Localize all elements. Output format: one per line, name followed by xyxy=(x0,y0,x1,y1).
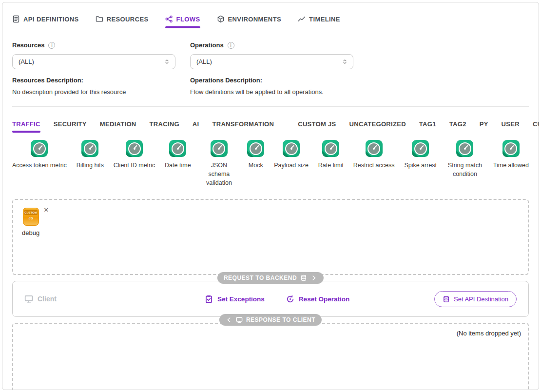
reset-icon xyxy=(286,295,294,303)
section-divider xyxy=(12,106,529,107)
policy-item[interactable]: Billing hits xyxy=(77,140,104,170)
policy-item[interactable]: Payload size xyxy=(274,140,309,170)
category-tab-transformation[interactable]: TRANSFORMATION xyxy=(212,120,274,128)
custom-js-badge-bottom: JS xyxy=(23,216,39,220)
tab-timeline[interactable]: TIMELINE xyxy=(298,15,340,24)
policy-item[interactable]: Date time xyxy=(165,140,191,170)
category-tab-user[interactable]: USER xyxy=(502,120,520,128)
category-tab-ai[interactable]: AI xyxy=(193,120,199,128)
folder-icon xyxy=(96,15,103,23)
tab-resources[interactable]: RESOURCES xyxy=(96,15,149,24)
category-tab-custom-java[interactable]: CUSTOM JAVA xyxy=(533,120,539,128)
tab-label: RESOURCES xyxy=(107,16,149,23)
response-to-client-badge: RESPONSE TO CLIENT xyxy=(219,314,322,326)
empty-dropzone-message: (No items dropped yet) xyxy=(457,330,521,337)
tab-label: API DEFINITIONS xyxy=(23,16,79,23)
chevron-left-icon xyxy=(226,316,232,323)
operations-column: Operations i (ALL) Operations Descriptio… xyxy=(190,41,353,96)
tab-label: ENVIRONMENTS xyxy=(228,16,282,23)
custom-js-badge-top: CUSTOM xyxy=(24,210,38,215)
gauge-icon xyxy=(366,140,383,157)
monitor-icon xyxy=(24,294,33,303)
select-stepper-icon xyxy=(342,59,348,65)
reset-operation-label: Reset Operation xyxy=(299,295,349,303)
monitor-icon xyxy=(236,316,243,323)
resources-label: Resources xyxy=(12,41,44,49)
client-node: Client xyxy=(24,294,57,303)
policy-item[interactable]: JSON schema validation xyxy=(200,140,237,187)
operations-description: Flow definitions will be applied to all … xyxy=(190,88,353,96)
category-tab-tracing[interactable]: TRACING xyxy=(150,120,179,128)
set-api-destination-button[interactable]: Set API Destination xyxy=(434,291,517,307)
gauge-icon xyxy=(126,140,143,157)
policy-label: Access token metric xyxy=(12,161,67,170)
category-tab-security[interactable]: SECURITY xyxy=(54,120,87,128)
tab-api-definitions[interactable]: API DEFINITIONS xyxy=(12,15,79,24)
client-label: Client xyxy=(38,295,57,303)
document-icon xyxy=(12,15,20,23)
operations-description-title: Operations Description: xyxy=(190,77,353,84)
request-divider-row: REQUEST TO BACKEND xyxy=(12,275,529,281)
chevron-right-icon xyxy=(310,274,317,281)
clipboard-check-icon xyxy=(205,295,213,303)
policy-category-tabs: TRAFFIC SECURITY MEDIATION TRACING AI TR… xyxy=(12,119,529,128)
category-tab-mediation[interactable]: MEDIATION xyxy=(100,120,136,128)
set-exceptions-label: Set Exceptions xyxy=(217,295,265,303)
gauge-icon xyxy=(412,140,429,157)
flows-panel: API DEFINITIONS RESOURCES FLOWS ENVIRONM… xyxy=(2,2,539,390)
gauge-icon xyxy=(502,140,520,157)
gauge-icon xyxy=(81,140,98,157)
set-exceptions-button[interactable]: Set Exceptions xyxy=(205,295,265,303)
policy-label: Spike arrest xyxy=(404,161,437,170)
request-flow-dropzone[interactable]: CUSTOM JS debug ✕ xyxy=(12,199,529,275)
database-icon xyxy=(443,295,450,303)
policy-palette: Access token metric Billing hits Client … xyxy=(12,140,529,187)
resources-column: Resources i (ALL) Resources Description:… xyxy=(12,41,175,96)
info-icon[interactable]: i xyxy=(48,42,55,49)
policy-item[interactable]: Client ID metric xyxy=(114,140,155,170)
resources-select[interactable]: (ALL) xyxy=(12,54,175,69)
policy-label: Billing hits xyxy=(77,161,104,170)
header-tab-bar: API DEFINITIONS RESOURCES FLOWS ENVIRONM… xyxy=(12,15,529,24)
info-icon[interactable]: i xyxy=(228,42,234,49)
request-to-backend-badge: REQUEST TO BACKEND xyxy=(217,272,324,284)
policy-item[interactable]: Access token metric xyxy=(12,140,67,170)
response-flow-dropzone[interactable]: (No items dropped yet) xyxy=(12,323,529,390)
remove-icon[interactable]: ✕ xyxy=(43,207,49,213)
select-stepper-icon xyxy=(164,59,170,65)
dropped-policy-debug[interactable]: CUSTOM JS debug ✕ xyxy=(22,208,49,236)
category-tab-custom-js[interactable]: CUSTOM JS xyxy=(298,120,336,128)
gauge-icon xyxy=(247,140,264,157)
resources-description: No description provided for this resourc… xyxy=(12,88,175,96)
policy-item[interactable]: Restrict access xyxy=(353,140,395,170)
reset-operation-button[interactable]: Reset Operation xyxy=(286,295,349,303)
policy-item[interactable]: String match condition xyxy=(446,140,483,178)
policy-label: Mock xyxy=(249,161,263,170)
cube-icon xyxy=(217,15,225,23)
gauge-icon xyxy=(322,140,339,157)
response-divider-label: RESPONSE TO CLIENT xyxy=(246,316,315,323)
policy-item[interactable]: Time allowed xyxy=(493,140,529,170)
database-icon xyxy=(300,274,307,281)
filters-section: Resources i (ALL) Resources Description:… xyxy=(12,41,529,96)
policy-item[interactable]: Rate limit xyxy=(318,140,344,170)
tab-flows[interactable]: FLOWS xyxy=(165,15,200,24)
set-api-destination-label: Set API Destination xyxy=(454,295,508,303)
category-tab-tag2[interactable]: TAG2 xyxy=(449,120,466,128)
response-divider-row: RESPONSE TO CLIENT xyxy=(12,317,529,323)
category-tab-tag1[interactable]: TAG1 xyxy=(419,120,436,128)
category-tab-py[interactable]: PY xyxy=(480,120,488,128)
policy-item[interactable]: Spike arrest xyxy=(404,140,437,170)
policy-label: JSON schema validation xyxy=(200,161,237,187)
operations-label: Operations xyxy=(190,41,224,49)
category-tab-traffic[interactable]: TRAFFIC xyxy=(12,120,40,128)
policy-item[interactable]: Mock xyxy=(247,140,264,170)
gauge-icon xyxy=(31,140,48,157)
flow-editor: CUSTOM JS debug ✕ REQUEST TO BACKEND Cli… xyxy=(12,199,529,390)
category-tab-uncategorized[interactable]: UNCATEGORIZED xyxy=(349,120,406,128)
dropped-policy-label: debug xyxy=(22,229,39,236)
gauge-icon xyxy=(169,140,186,157)
policy-label: Rate limit xyxy=(318,161,344,170)
operations-select[interactable]: (ALL) xyxy=(190,54,353,69)
tab-environments[interactable]: ENVIRONMENTS xyxy=(217,15,282,24)
